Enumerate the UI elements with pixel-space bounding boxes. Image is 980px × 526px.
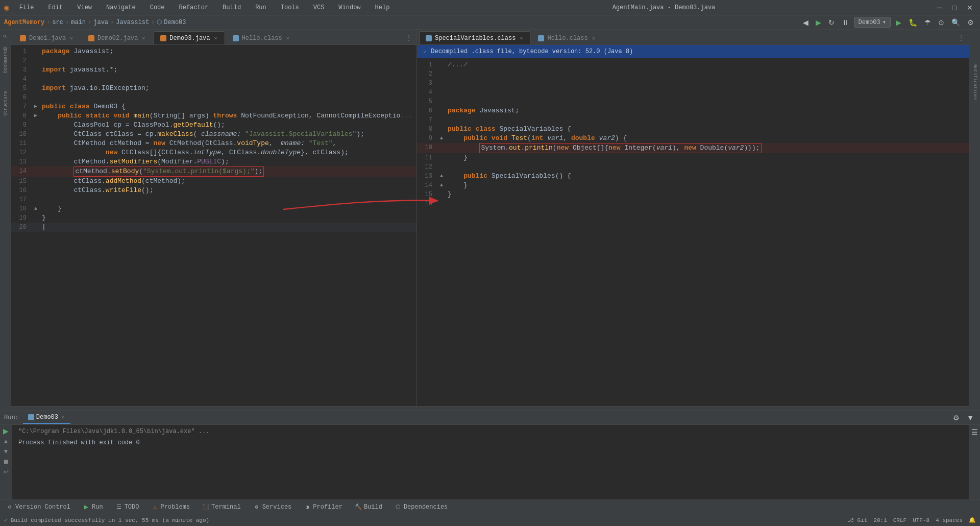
menu-tools[interactable]: Tools <box>277 3 303 12</box>
nav-stop-button[interactable]: ⏸ <box>840 17 851 28</box>
tab-special-vars[interactable]: SpecialVariables.class ✕ <box>419 31 530 44</box>
status-indent[interactable]: 4 spaces <box>936 517 963 523</box>
menu-edit[interactable]: Edit <box>44 3 67 12</box>
breadcrumb-current[interactable]: Demo03 <box>164 19 186 26</box>
tab-hello-right[interactable]: Hello.class ✕ <box>531 31 602 44</box>
app-title: AgentMain.java - Demo03.java <box>612 4 716 11</box>
strip-terminal[interactable]: ⬛ Terminal <box>200 503 243 512</box>
fold-7[interactable]: ▶ <box>34 102 37 111</box>
run-label: Run: <box>4 414 19 421</box>
breadcrumb-src[interactable]: src <box>52 19 63 26</box>
nav-rerun-button[interactable]: ↻ <box>826 17 837 28</box>
run-config[interactable]: Demo03 ▾ <box>854 17 891 28</box>
fold-18[interactable]: ▲ <box>34 204 37 213</box>
breadcrumb-javassist[interactable]: Javassist <box>116 19 149 26</box>
tab-hello-close[interactable]: ✕ <box>285 35 290 41</box>
project-icon[interactable]: P <box>1 32 10 41</box>
output-line: Process finished with exit code 0 <box>18 439 963 446</box>
maximize-button[interactable]: □ <box>949 3 960 13</box>
run-button[interactable]: ▶ <box>894 17 903 28</box>
bottom-collapse-btn[interactable]: ▼ <box>965 413 976 423</box>
fold-r9[interactable]: ▲ <box>440 134 443 143</box>
notifications-icon[interactable]: Notifications <box>971 62 978 102</box>
menu-build[interactable]: Build <box>218 3 245 12</box>
right-line-2: 2 <box>417 69 969 79</box>
up-button[interactable]: ▲ <box>2 437 10 445</box>
left-scrollbar[interactable] <box>11 406 416 410</box>
coverage-button[interactable]: ☂ <box>922 17 933 28</box>
right-scrollbar[interactable] <box>417 406 969 410</box>
debug-button[interactable]: 🐛 <box>906 17 919 28</box>
tab-special-vars-close[interactable]: ✕ <box>519 35 524 41</box>
strip-version-control[interactable]: ⚙ Version Control <box>4 503 72 512</box>
menu-file[interactable]: File <box>15 3 38 12</box>
tab-demo1-close[interactable]: ✕ <box>69 35 74 41</box>
status-git[interactable]: ⎇ Git <box>847 517 867 523</box>
search-button[interactable]: 🔍 <box>949 17 962 28</box>
strip-problems[interactable]: ⚠ Problems <box>149 503 192 512</box>
breadcrumb-main[interactable]: main <box>71 19 86 26</box>
fold-8[interactable]: ▶ <box>34 111 37 121</box>
strip-dependencies[interactable]: ⬡ Dependencies <box>393 503 450 512</box>
status-notification[interactable]: 🔔 <box>969 517 976 523</box>
strip-run[interactable]: ▶ Run <box>81 503 105 512</box>
menu-vcs[interactable]: VCS <box>309 3 329 12</box>
menu-run[interactable]: Run <box>251 3 271 12</box>
tab-bar-more[interactable]: ⋮ <box>403 32 414 44</box>
tab-demo03-close[interactable]: ✕ <box>213 35 218 41</box>
menu-refactor[interactable]: Refactor <box>175 3 213 12</box>
status-encoding[interactable]: UTF-8 <box>913 517 929 523</box>
breadcrumb-project[interactable]: AgentMemory <box>4 19 44 26</box>
profile-button[interactable]: ⊙ <box>936 17 946 28</box>
bottom-settings-btn[interactable]: ⚙ <box>951 413 962 423</box>
editors-container: Demo1.java ✕ Demo02.java ✕ Demo03.java ✕… <box>11 30 980 410</box>
tab-demo02[interactable]: Demo02.java ✕ <box>82 31 153 44</box>
rerun-button[interactable]: ▶ <box>2 427 10 435</box>
menu-code[interactable]: Code <box>146 3 169 12</box>
right-tab-bar: SpecialVariables.class ✕ Hello.class ✕ ⋮ <box>417 30 969 45</box>
strip-services[interactable]: ⚙ Services <box>251 503 294 512</box>
tab-hello-class-left[interactable]: Hello.class ✕ <box>226 31 297 44</box>
wrap-button[interactable]: ↩ <box>2 468 10 476</box>
breadcrumb-java[interactable]: java <box>93 19 108 26</box>
status-position[interactable]: 20:1 <box>873 517 887 523</box>
strip-build[interactable]: 🔨 Build <box>353 503 384 512</box>
decompile-msg: Decompiled .class file, bytecode version… <box>431 48 633 55</box>
tab-demo03[interactable]: Demo03.java ✕ <box>154 31 225 44</box>
bottom-tab-close[interactable]: ✕ <box>60 414 65 420</box>
right-line-11: 11 } <box>417 153 969 162</box>
bookmarks-icon[interactable]: Bookmarks <box>1 56 10 65</box>
fold-r13[interactable]: ▲ <box>440 172 443 181</box>
stop-button[interactable]: ⏹ <box>2 458 10 466</box>
code-line-16: 16 ctClass.writeFile(); <box>11 186 416 195</box>
left-code-editor[interactable]: 1 package Javassist; 2 3 import javassis… <box>11 45 416 406</box>
nav-forward-button[interactable]: ▶ <box>814 17 823 28</box>
menu-window[interactable]: Window <box>334 3 364 12</box>
bottom-tab-demo03[interactable]: Demo03 ✕ <box>23 412 70 424</box>
fold-r14[interactable]: ▲ <box>440 181 443 190</box>
tab-hello-right-label: Hello.class <box>547 35 587 42</box>
right-editor-panel: SpecialVariables.class ✕ Hello.class ✕ ⋮… <box>417 30 969 410</box>
strip-todo[interactable]: ☰ TODO <box>113 503 141 512</box>
menu-view[interactable]: View <box>73 3 96 12</box>
demo03-icon <box>160 35 166 41</box>
tab-demo02-close[interactable]: ✕ <box>141 35 146 41</box>
strip-profiler[interactable]: ◑ Profiler <box>302 503 345 512</box>
status-crlf[interactable]: CRLF <box>893 517 906 523</box>
tab-hello-right-close[interactable]: ✕ <box>591 35 596 41</box>
menu-navigate[interactable]: Navigate <box>102 3 140 12</box>
settings-button[interactable]: ⚙ <box>965 17 976 28</box>
right-line-7: 7 <box>417 115 969 125</box>
right-tab-bar-more[interactable]: ⋮ <box>955 32 967 44</box>
nav-back-button[interactable]: ◀ <box>801 17 811 28</box>
strip-problems-icon: ⚠ <box>151 504 158 511</box>
minimize-button[interactable]: ─ <box>934 3 945 13</box>
tab-demo1[interactable]: Demo1.java ✕ <box>13 31 81 44</box>
bottom-right-btn1[interactable]: ☰ <box>969 427 980 437</box>
strip-todo-label: TODO <box>125 504 139 511</box>
close-button[interactable]: ✕ <box>964 3 976 13</box>
menu-help[interactable]: Help <box>371 3 394 12</box>
structure-icon[interactable]: Structure <box>1 99 10 108</box>
down-button[interactable]: ▼ <box>2 447 10 456</box>
right-code-editor[interactable]: 1 /.../ 2 3 4 5 6 package Javassist; 7 <box>417 58 969 406</box>
